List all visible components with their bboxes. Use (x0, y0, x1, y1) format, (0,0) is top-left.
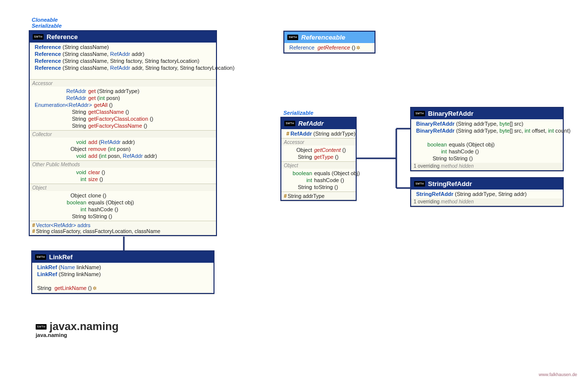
since-badge: SMTH (287, 35, 298, 40)
class-header: SMTH Reference (30, 31, 216, 43)
fields: #String addrType (281, 192, 356, 200)
class-reference: SMTH Reference Reference (String classNa… (29, 30, 217, 236)
class-title: BinaryRefAddr (428, 110, 474, 117)
section-other: Other Public Methods (30, 160, 216, 168)
constructors: #RefAddr (String addrType) (281, 129, 356, 138)
class-title: Reference (47, 33, 78, 41)
class-stringrefaddr: SMTH StringRefAddr StringRefAddr (String… (410, 177, 564, 207)
class-linkref: SMTH LinkRef LinkRef (Name linkName) Lin… (31, 250, 214, 294)
section-collector: Collector (30, 130, 216, 138)
other-methods: voidclear () intsize () (30, 168, 216, 184)
class-refaddr: SMTH RefAddr #RefAddr (String addrType) … (280, 117, 357, 201)
class-title: Referenceable (301, 34, 345, 41)
interface-referenceable: SMTH Referenceable Reference getReferenc… (283, 31, 375, 53)
object-methods: Objectclone () booleanequals (Object obj… (30, 191, 216, 221)
accessor-methods: ObjectgetContent () StringgetType () (281, 145, 356, 161)
class-header: SMTH BinaryRefAddr (411, 108, 563, 119)
since-badge: SMTH (284, 121, 295, 126)
hidden-note: 1 overriding method hidden (411, 163, 563, 170)
object-methods: booleanequals (Object obj) inthashCode (… (281, 169, 356, 192)
collector-methods: voidadd (RefAddr addr) Objectremove (int… (30, 138, 216, 160)
section-object: Object (30, 184, 216, 191)
class-header: SMTH Referenceable (284, 32, 374, 43)
class-header: SMTH LinkRef (32, 251, 214, 263)
constructors: StringRefAddr (String addrType, String a… (411, 190, 563, 198)
class-title: StringRefAddr (428, 180, 472, 188)
since-badge: SMTH (33, 34, 44, 40)
section-accessor: Accessor (281, 138, 356, 145)
package-label: SMTHjavax.naming java.naming (36, 320, 118, 338)
since-badge: SMTH (35, 254, 46, 260)
section-object: Object (281, 161, 356, 169)
since-badge: SMTH (414, 181, 425, 187)
constructors: BinaryRefAddr (String addrType, byte[] s… (411, 119, 563, 163)
class-title: RefAddr (298, 120, 323, 127)
footer-link[interactable]: www.falkhausen.de (538, 372, 577, 377)
class-header: SMTH RefAddr (281, 118, 356, 129)
impl-tags-refaddr: Serializable (283, 110, 314, 116)
constructors: Reference (String className) Reference (… (30, 43, 216, 79)
methods: Reference getReference ()✲ (284, 43, 374, 52)
class-header: SMTH StringRefAddr (411, 178, 563, 190)
class-binaryrefaddr: SMTH BinaryRefAddr BinaryRefAddr (String… (410, 107, 564, 171)
since-badge: SMTH (414, 111, 425, 116)
impl-tags-reference: Cloneable Serializable (32, 17, 62, 29)
section-accessor: Accessor (30, 79, 216, 87)
hidden-note: 1 overriding method hidden (411, 198, 563, 206)
since-badge: SMTH (36, 324, 47, 330)
fields: #Vector<RefAddr> addrs #String classFact… (30, 221, 216, 235)
accessor-methods: RefAddrget (String addrType) RefAddrget … (30, 87, 216, 130)
class-title: LinkRef (49, 253, 73, 261)
constructors: LinkRef (Name linkName) LinkRef (String … (32, 263, 214, 293)
